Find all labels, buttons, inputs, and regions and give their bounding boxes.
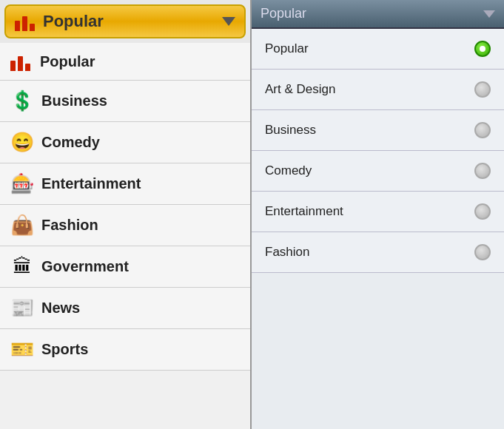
right-item-comedy[interactable]: Comedy [252, 151, 504, 192]
right-chevron-down-icon [483, 10, 495, 18]
left-item-entertainment[interactable]: 🎰 Entertainment [0, 163, 250, 205]
radio-entertainment[interactable] [474, 203, 491, 220]
left-item-label-sports: Sports [41, 341, 88, 358]
left-item-label-entertainment: Entertainment [41, 175, 141, 192]
left-item-popular[interactable]: Popular [0, 43, 250, 81]
right-item-label-business: Business [265, 123, 316, 138]
left-item-label-news: News [41, 300, 80, 317]
comedy-icon: 😄 [10, 131, 34, 154]
right-item-label-fashion: Fashion [265, 245, 309, 260]
right-item-label-entertainment: Entertainment [265, 204, 343, 219]
right-item-popular[interactable]: Popular [252, 29, 504, 70]
right-item-label-comedy: Comedy [265, 163, 312, 178]
left-header-title: Popular [43, 12, 104, 31]
left-panel: Popular Popular 💲 Business 😄 Comedy 🎰 En… [0, 0, 252, 429]
left-item-sports[interactable]: 🎫 Sports [0, 329, 250, 371]
bar-chart-icon [10, 52, 33, 71]
right-category-list: Popular Art & Design Business Comedy Ent… [252, 29, 504, 429]
left-item-label-comedy: Comedy [41, 134, 100, 151]
left-category-list: Popular 💲 Business 😄 Comedy 🎰 Entertainm… [0, 43, 250, 429]
right-item-label-art-design: Art & Design [265, 82, 335, 97]
radio-popular[interactable] [474, 41, 491, 57]
radio-fashion[interactable] [474, 244, 491, 260]
right-panel: Popular Popular Art & Design Business Co… [252, 0, 504, 429]
right-item-entertainment[interactable]: Entertainment [252, 192, 504, 232]
left-item-fashion[interactable]: 👜 Fashion [0, 205, 250, 246]
left-header-dropdown[interactable]: Popular [4, 4, 246, 38]
left-item-news[interactable]: 📰 News [0, 288, 250, 329]
radio-art-design[interactable] [474, 81, 491, 98]
news-icon: 📰 [10, 297, 34, 320]
left-item-label-government: Government [41, 258, 129, 275]
fashion-icon: 👜 [10, 214, 34, 237]
popular-icon [15, 12, 37, 31]
government-icon: 🏛 [10, 255, 34, 278]
left-item-label-business: Business [41, 92, 107, 109]
right-item-art-design[interactable]: Art & Design [252, 70, 504, 110]
chevron-down-icon [222, 17, 235, 26]
right-header-title: Popular [261, 6, 306, 21]
left-item-label-popular: Popular [40, 53, 95, 70]
right-item-label-popular: Popular [265, 41, 309, 56]
right-header[interactable]: Popular [252, 0, 504, 29]
left-header-content: Popular [15, 12, 104, 31]
sports-icon: 🎫 [10, 338, 34, 361]
right-item-fashion[interactable]: Fashion [252, 232, 504, 273]
left-item-business[interactable]: 💲 Business [0, 81, 250, 122]
left-item-government[interactable]: 🏛 Government [0, 246, 250, 288]
left-item-comedy[interactable]: 😄 Comedy [0, 122, 250, 163]
right-item-business[interactable]: Business [252, 110, 504, 151]
radio-business[interactable] [474, 122, 491, 138]
entertainment-icon: 🎰 [10, 172, 34, 195]
radio-comedy[interactable] [474, 163, 491, 179]
left-item-label-fashion: Fashion [41, 217, 98, 234]
business-icon: 💲 [10, 89, 34, 112]
radio-dot-popular [480, 46, 485, 52]
